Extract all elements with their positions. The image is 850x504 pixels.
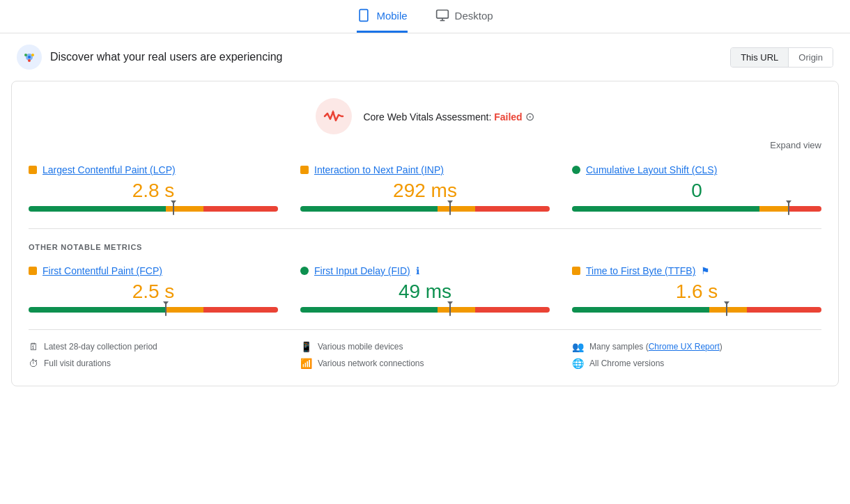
metric-value-lcp: 2.8 s [29, 180, 278, 202]
metric-label-ttfb: Time to First Byte (TTFB) ⚑ [572, 265, 821, 276]
tab-mobile[interactable]: Mobile [357, 8, 407, 33]
metric-dot-inp [300, 166, 309, 174]
tab-bar: Mobile Desktop [0, 0, 850, 33]
svg-point-7 [28, 56, 31, 58]
progress-bar-inp [300, 206, 550, 212]
footer-item-0-2: 👥 Many samples (Chrome UX Report) [572, 341, 821, 352]
metric-value-fid: 49 ms [300, 281, 550, 303]
metric-link-cls[interactable]: Cumulative Layout Shift (CLS) [586, 164, 717, 175]
info-icon[interactable]: ℹ [416, 265, 419, 276]
progress-marker-cls [788, 203, 789, 215]
metric-value-inp: 292 ms [300, 180, 550, 202]
bar-orange-fid [438, 307, 475, 313]
tab-desktop[interactable]: Desktop [435, 8, 493, 33]
metric-link-lcp[interactable]: Largest Contentful Paint (LCP) [42, 164, 176, 175]
crux-icon [17, 45, 42, 70]
metric-link-ttfb[interactable]: Time to First Byte (TTFB) [586, 265, 695, 276]
footer-item-0-0: 🗓 Latest 28-day collection period [29, 341, 278, 352]
crux-svg [22, 49, 37, 65]
svg-point-10 [28, 59, 31, 62]
section-divider [29, 228, 821, 229]
url-toggle: This URL Origin [730, 47, 833, 68]
metric-dot-ttfb [572, 267, 580, 275]
bar-red-lcp [203, 206, 278, 212]
svg-rect-2 [436, 10, 448, 19]
metric-fcp: First Contentful Paint (FCP) 2.5 s [29, 265, 278, 313]
header-title: Discover what your real users are experi… [50, 51, 282, 63]
footer-text-0-0: Latest 28-day collection period [44, 342, 157, 352]
footer-text-1-0: Full visit durations [44, 359, 111, 368]
header: Discover what your real users are experi… [0, 33, 850, 81]
metric-link-fcp[interactable]: First Contentful Paint (FCP) [42, 265, 162, 276]
svg-marker-11 [332, 110, 334, 113]
flag-icon[interactable]: ⚑ [701, 265, 710, 276]
progress-track-fcp [29, 307, 278, 313]
metric-label-cls: Cumulative Layout Shift (CLS) [572, 164, 821, 175]
metric-label-fid: First Input Delay (FID) ℹ [300, 265, 550, 276]
bar-orange-inp [438, 206, 475, 212]
metric-label-inp: Interaction to Next Paint (INP) [300, 164, 550, 175]
metric-dot-cls [572, 166, 580, 174]
progress-track-inp [300, 206, 550, 212]
footer-grid: 🗓 Latest 28-day collection period 📱 Vari… [29, 329, 821, 369]
bar-red-cls [789, 206, 821, 212]
footer-icon-0-1: 📱 [300, 341, 312, 352]
fail-waveform [323, 109, 344, 123]
bar-green-fcp [29, 307, 166, 313]
origin-button[interactable]: Origin [789, 48, 833, 67]
metric-ttfb: Time to First Byte (TTFB) ⚑ 1.6 s [572, 265, 821, 313]
footer-item-1-1: 📶 Various network connections [300, 358, 550, 369]
progress-track-cls [572, 206, 821, 212]
progress-track-lcp [29, 206, 278, 212]
footer-item-1-0: ⏱ Full visit durations [29, 358, 278, 369]
bar-orange-cls [759, 206, 789, 212]
this-url-button[interactable]: This URL [731, 48, 788, 67]
bar-green-lcp [29, 206, 166, 212]
progress-track-fid [300, 307, 550, 313]
metric-fid: First Input Delay (FID) ℹ 49 ms [300, 265, 550, 313]
footer-link-0-2[interactable]: Chrome UX Report [649, 342, 720, 352]
bar-green-cls [572, 206, 759, 212]
core-metrics-grid: Largest Contentful Paint (LCP) 2.8 s Int… [29, 164, 821, 212]
progress-marker-inp [449, 203, 451, 215]
bar-red-fid [475, 307, 550, 313]
bar-red-fcp [203, 307, 278, 313]
bar-red-ttfb [747, 307, 821, 313]
svg-point-8 [24, 54, 27, 56]
metric-link-fid[interactable]: First Input Delay (FID) [314, 265, 410, 276]
bar-orange-ttfb [709, 307, 747, 313]
assessment-text: Core Web Vitals Assessment: Failed ⊙ [363, 110, 534, 123]
footer-icon-1-1: 📶 [300, 358, 312, 369]
assessment-row: Core Web Vitals Assessment: Failed ⊙ [29, 98, 821, 134]
bar-red-inp [475, 206, 550, 212]
footer-icon-1-0: ⏱ [29, 358, 38, 369]
footer-item-1-2: 🌐 All Chrome versions [572, 358, 821, 369]
progress-bar-cls [572, 206, 821, 212]
footer-text-0-1: Various mobile devices [318, 342, 403, 352]
metric-value-ttfb: 1.6 s [572, 281, 821, 303]
footer-item-0-1: 📱 Various mobile devices [300, 341, 550, 352]
tab-mobile-label: Mobile [376, 10, 407, 22]
tab-desktop-label: Desktop [455, 10, 493, 22]
assessment-icon [316, 98, 352, 134]
metric-dot-fcp [29, 267, 37, 275]
mobile-icon [357, 8, 371, 22]
footer-icon-0-2: 👥 [572, 341, 584, 352]
header-left: Discover what your real users are experi… [17, 45, 282, 70]
assessment-label: Core Web Vitals Assessment: [363, 111, 491, 123]
progress-track-ttfb [572, 307, 821, 313]
footer-text-0-2: Many samples (Chrome UX Report) [589, 342, 722, 352]
progress-bar-lcp [29, 206, 278, 212]
progress-marker-ttfb [726, 304, 727, 316]
svg-point-9 [31, 54, 34, 56]
footer-text-1-1: Various network connections [318, 359, 424, 368]
progress-bar-fid [300, 307, 550, 313]
footer-icon-0-0: 🗓 [29, 341, 38, 352]
metric-dot-lcp [29, 166, 37, 174]
bar-green-ttfb [572, 307, 709, 313]
metric-link-inp[interactable]: Interaction to Next Paint (INP) [314, 164, 444, 175]
expand-view[interactable]: Expand view [29, 140, 821, 150]
assessment-info-icon[interactable]: ⊙ [525, 111, 534, 123]
other-metrics-grid: First Contentful Paint (FCP) 2.5 s First… [29, 265, 821, 313]
footer-icon-1-2: 🌐 [572, 358, 584, 369]
